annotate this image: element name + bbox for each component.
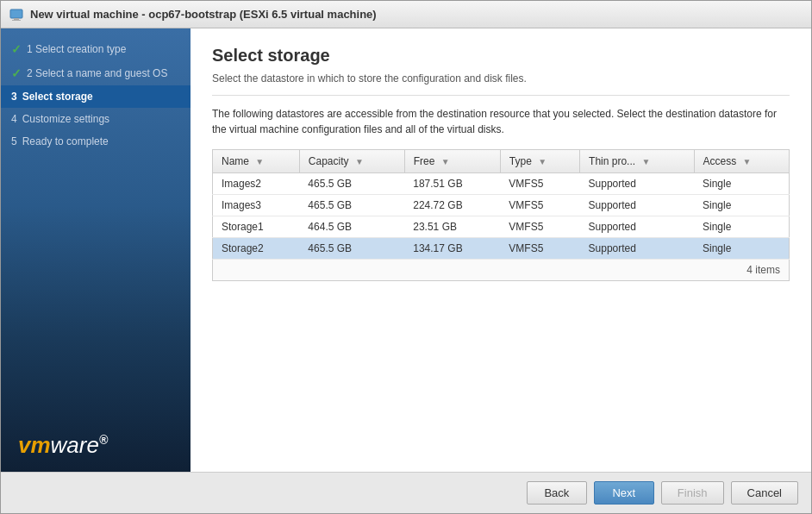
cell-thin_pro-3: Supported: [580, 238, 694, 260]
col-header-access[interactable]: Access ▼: [694, 150, 789, 173]
items-count: 4 items: [212, 260, 790, 281]
logo-ware: ware: [51, 432, 99, 458]
sidebar-item-label-1: 1 Select creation type: [27, 43, 126, 55]
titlebar: New virtual machine - ocp67-bootstrap (E…: [1, 1, 811, 28]
logo-vm: vm: [18, 432, 51, 458]
col-header-thin-pro[interactable]: Thin pro... ▼: [580, 150, 694, 173]
window: New virtual machine - ocp67-bootstrap (E…: [0, 0, 812, 514]
cell-thin_pro-1: Supported: [580, 195, 694, 216]
vmware-logo: vmware®: [1, 419, 191, 472]
cell-access-0: Single: [694, 173, 789, 195]
svg-rect-0: [10, 9, 22, 18]
cell-type-2: VMFS5: [500, 216, 579, 238]
cell-name-0: Images2: [213, 173, 300, 195]
cell-thin_pro-2: Supported: [580, 216, 694, 238]
logo-tm: ®: [99, 433, 108, 447]
sort-arrow-free: ▼: [441, 157, 450, 166]
sidebar: ✓ 1 Select creation type ✓ 2 Select a na…: [1, 28, 191, 472]
table-row[interactable]: Images3465.5 GB224.72 GBVMFS5SupportedSi…: [213, 195, 790, 216]
item-num-2: 2: [27, 67, 35, 79]
sort-arrow-access: ▼: [743, 157, 752, 166]
item-num-1: 1: [27, 43, 35, 55]
storage-table: Name ▼ Capacity ▼ Free ▼ Type: [212, 149, 790, 260]
sidebar-item-label-2: 2 Select a name and guest OS: [27, 67, 167, 79]
sidebar-item-select-storage[interactable]: 3 Select storage: [1, 85, 191, 108]
window-title: New virtual machine - ocp67-bootstrap (E…: [30, 8, 377, 21]
col-header-capacity[interactable]: Capacity ▼: [299, 150, 404, 173]
cell-name-2: Storage1: [213, 216, 300, 238]
next-button[interactable]: Next: [594, 481, 654, 505]
check-icon-1: ✓: [11, 42, 22, 56]
sort-arrow-name: ▼: [255, 157, 264, 166]
sort-arrow-capacity: ▼: [355, 157, 364, 166]
cell-capacity-1: 465.5 GB: [299, 195, 404, 216]
back-button[interactable]: Back: [527, 481, 587, 505]
cell-thin_pro-0: Supported: [580, 173, 694, 195]
cancel-button[interactable]: Cancel: [731, 481, 798, 505]
cell-free-1: 224.72 GB: [404, 195, 500, 216]
sort-arrow-thin: ▼: [641, 157, 650, 166]
description: The following datastores are accessible …: [212, 106, 790, 137]
finish-button[interactable]: Finish: [661, 481, 724, 505]
svg-rect-1: [14, 18, 19, 20]
item-num-4: 4: [11, 113, 17, 125]
table-row[interactable]: Storage1464.5 GB23.51 GBVMFS5SupportedSi…: [213, 216, 790, 238]
sidebar-item-name-guest-os[interactable]: ✓ 2 Select a name and guest OS: [1, 61, 191, 85]
page-title: Select storage: [212, 46, 790, 66]
table-header-row: Name ▼ Capacity ▼ Free ▼ Type: [213, 150, 790, 173]
sidebar-item-label-3: Select storage: [22, 91, 93, 103]
sidebar-item-customize-settings[interactable]: 4 Customize settings: [1, 108, 191, 130]
cell-access-1: Single: [694, 195, 789, 216]
col-header-free[interactable]: Free ▼: [404, 150, 500, 173]
cell-capacity-2: 464.5 GB: [299, 216, 404, 238]
sort-arrow-type: ▼: [538, 157, 547, 166]
right-panel: Select storage Select the datastore in w…: [191, 28, 811, 472]
vm-icon: [9, 8, 23, 22]
table-row[interactable]: Storage2465.5 GB134.17 GBVMFS5SupportedS…: [213, 238, 790, 260]
item-num-5: 5: [11, 135, 17, 147]
cell-free-2: 23.51 GB: [404, 216, 500, 238]
cell-free-0: 187.51 GB: [404, 173, 500, 195]
cell-capacity-3: 465.5 GB: [299, 238, 404, 260]
cell-access-3: Single: [694, 238, 789, 260]
footer: Back Next Finish Cancel: [1, 472, 811, 513]
sidebar-item-label-5: Ready to complete: [22, 135, 109, 147]
cell-type-3: VMFS5: [500, 238, 579, 260]
cell-name-1: Images3: [213, 195, 300, 216]
cell-free-3: 134.17 GB: [404, 238, 500, 260]
check-icon-2: ✓: [11, 66, 22, 80]
cell-type-0: VMFS5: [500, 173, 579, 195]
sidebar-item-creation-type[interactable]: ✓ 1 Select creation type: [1, 37, 191, 61]
active-num: 3: [11, 91, 17, 103]
cell-type-1: VMFS5: [500, 195, 579, 216]
sidebar-item-label-4: Customize settings: [22, 113, 109, 125]
col-header-type[interactable]: Type ▼: [500, 150, 579, 173]
cell-capacity-0: 465.5 GB: [299, 173, 404, 195]
page-subtitle: Select the datastore in which to store t…: [212, 72, 790, 96]
table-row[interactable]: Images2465.5 GB187.51 GBVMFS5SupportedSi…: [213, 173, 790, 195]
svg-rect-2: [12, 20, 21, 21]
col-header-name[interactable]: Name ▼: [213, 150, 300, 173]
sidebar-item-ready-complete[interactable]: 5 Ready to complete: [1, 130, 191, 153]
main-content: ✓ 1 Select creation type ✓ 2 Select a na…: [1, 28, 811, 472]
cell-access-2: Single: [694, 216, 789, 238]
cell-name-3: Storage2: [213, 238, 300, 260]
